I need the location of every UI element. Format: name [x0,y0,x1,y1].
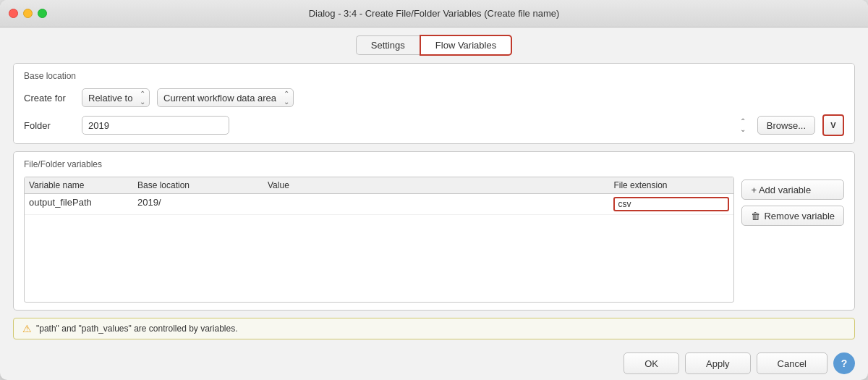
folder-input[interactable] [82,116,229,135]
create-for-row: Create for Relative to ⌃⌄ Current workfl… [24,88,844,107]
browse-button[interactable]: Browse... [757,116,815,135]
folder-input-wrapper: ⌃⌄ [82,116,750,135]
col-variable-name: Variable name [29,180,137,190]
warning-icon: ⚠ [22,323,32,334]
table-header: Variable name Base location Value File e… [25,177,733,194]
bottom-bar: OK Apply Cancel ? [0,347,868,380]
variable-button[interactable]: V [822,114,844,136]
close-button[interactable] [9,9,18,18]
col-file-extension: File extension [613,180,729,190]
variables-section: File/Folder variables Variable name Base… [13,151,855,311]
remove-variable-button[interactable]: 🗑 Remove variable [741,206,844,226]
add-variable-button[interactable]: + Add variable [741,180,844,200]
tab-settings[interactable]: Settings [356,35,420,55]
warning-bar: ⚠ "path" and "path_values" are controlle… [13,318,855,339]
main-content: Base location Create for Relative to ⌃⌄ … [0,56,868,347]
relative-to-wrapper: Relative to ⌃⌄ [82,88,150,107]
ok-button[interactable]: OK [624,352,679,374]
folder-row: Folder ⌃⌄ Browse... V [24,114,844,136]
workflow-area-wrapper: Current workflow data area ⌃⌄ [157,88,294,107]
table-body: output_filePath 2019/ csv [25,194,733,252]
row-value [268,197,613,211]
table-row[interactable]: output_filePath 2019/ csv [25,194,733,215]
cancel-button[interactable]: Cancel [757,352,827,374]
base-location-title: Base location [24,71,844,81]
row-base-location: 2019/ [137,197,268,211]
warning-text: "path" and "path_values" are controlled … [36,324,238,334]
main-window: Dialog - 3:4 - Create File/Folder Variab… [0,0,868,380]
col-value: Value [268,180,613,190]
variables-actions: + Add variable 🗑 Remove variable [741,177,844,303]
apply-button[interactable]: Apply [685,352,751,374]
row-file-extension[interactable]: csv [613,197,729,211]
trash-icon: 🗑 [751,211,760,221]
variables-row: Variable name Base location Value File e… [24,177,844,303]
remove-variable-label: Remove variable [764,211,835,221]
traffic-lights [9,9,47,18]
row-variable-name: output_filePath [29,197,137,211]
workflow-area-select[interactable]: Current workflow data area [157,88,294,107]
create-for-label: Create for [24,93,75,104]
maximize-button[interactable] [38,9,47,18]
folder-dropdown-arrow-icon: ⌃⌄ [740,117,746,133]
window-title: Dialog - 3:4 - Create File/Folder Variab… [309,8,560,19]
tabs-bar: Settings Flow Variables [0,28,868,56]
help-button[interactable]: ? [833,352,855,374]
relative-to-select[interactable]: Relative to [82,88,150,107]
variables-section-title: File/Folder variables [24,159,844,169]
variables-table: Variable name Base location Value File e… [24,177,734,303]
col-base-location: Base location [137,180,268,190]
tab-flow-variables[interactable]: Flow Variables [420,35,512,56]
base-location-section: Base location Create for Relative to ⌃⌄ … [13,63,855,144]
titlebar: Dialog - 3:4 - Create File/Folder Variab… [0,0,868,28]
minimize-button[interactable] [23,9,33,18]
folder-label: Folder [24,120,75,131]
